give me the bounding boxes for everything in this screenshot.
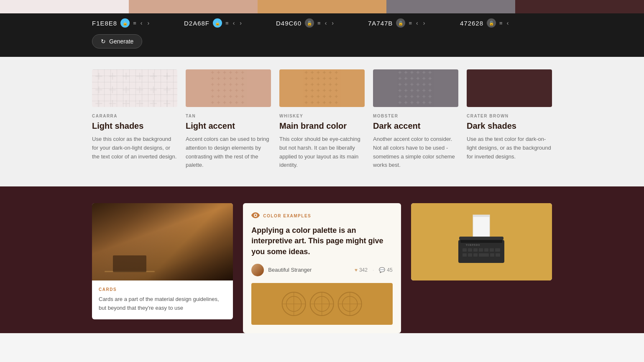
palette-swatch-4 [373, 69, 458, 107]
color-examples-card[interactable]: COLOR EXAMPLES Applying a color palette … [243, 203, 401, 333]
svg-rect-33 [490, 248, 494, 252]
palette-swatch-1 [92, 69, 177, 107]
color-swatches-row [0, 0, 644, 13]
color-control-1: F1E8E8 🔒 ≡ ‹ › [92, 18, 184, 28]
swatch-5 [515, 0, 644, 13]
svg-rect-35 [463, 253, 467, 257]
palette-title-5: Dark shades [467, 121, 552, 131]
hex-4: 7A747B [368, 20, 393, 27]
arrow-left-5[interactable]: ‹ [507, 20, 509, 26]
sliders-icon-1[interactable]: ≡ [133, 20, 136, 26]
swatch-4 [386, 0, 515, 13]
palette-title-4: Dark accent [373, 121, 458, 131]
svg-rect-37 [473, 253, 478, 257]
palette-card-1: CARARRA Light shades Use this color as t… [92, 69, 177, 170]
sliders-icon-2[interactable]: ≡ [225, 20, 229, 26]
svg-rect-42 [459, 237, 503, 240]
heart-icon: ♥ [355, 267, 358, 273]
palette-label-2: TAN [186, 114, 271, 118]
color-control-4: 7A747B 🔓 ≡ ‹ › [368, 18, 460, 28]
svg-rect-2 [92, 69, 177, 107]
swatch-3 [258, 0, 386, 13]
color-control-2: D2A68F 🔒 ≡ ‹ › [184, 18, 276, 28]
svg-rect-32 [484, 248, 488, 252]
typewriter-image: TORPEDO [411, 203, 552, 280]
palette-grid: CARARRA Light shades Use this color as t… [92, 69, 552, 170]
lock-btn-2[interactable]: 🔒 [213, 18, 222, 28]
hex-1: F1E8E8 [92, 20, 117, 27]
palette-desc-3: This color should be eye-catching but no… [279, 135, 365, 170]
color-examples-tag: COLOR EXAMPLES [263, 214, 311, 218]
color-control-5: 472628 🔓 ≡ ‹ [460, 18, 552, 28]
lock-btn-5[interactable]: 🔓 [487, 18, 496, 28]
svg-rect-25 [473, 215, 490, 217]
arrow-left-3[interactable]: ‹ [325, 20, 327, 26]
palette-swatch-5 [467, 69, 552, 107]
palette-swatch-3 [279, 69, 365, 107]
comments-stat: 💬 45 [379, 267, 392, 273]
palette-desc-2: Accent colors can be used to bring atten… [186, 135, 271, 170]
comments-count: 45 [387, 267, 392, 273]
cards-row: CARDS Cards are a part of the material d… [92, 203, 552, 333]
color-examples-footer: Beautiful Stranger ♥ 342 · 💬 45 [251, 264, 392, 276]
palette-title-1: Light shades [92, 121, 177, 131]
bottom-section: CARDS Cards are a part of the material d… [0, 186, 644, 333]
photo-card[interactable]: CARDS Cards are a part of the material d… [92, 203, 233, 319]
svg-rect-31 [479, 248, 483, 252]
generate-button[interactable]: ↻ Generate [92, 34, 142, 48]
palette-card-5: CRATER BROWN Dark shades Use as the text… [467, 69, 552, 170]
color-examples-header: COLOR EXAMPLES [251, 212, 392, 220]
cards-desc-text: Cards are a part of the material design … [99, 295, 226, 313]
svg-rect-30 [473, 248, 478, 252]
palette-title-3: Main brand color [279, 121, 365, 131]
likes-count: 342 [359, 267, 368, 273]
palette-section: CARARRA Light shades Use this color as t… [0, 57, 644, 186]
eye-icon [251, 212, 260, 220]
svg-rect-34 [495, 248, 500, 252]
lock-btn-3[interactable]: 🔓 [305, 18, 314, 28]
card-body-1: CARDS Cards are a part of the material d… [92, 280, 233, 319]
arrow-right-2[interactable]: › [240, 20, 242, 26]
svg-rect-5 [210, 69, 247, 107]
palette-desc-4: Another accent color to consider. Not al… [373, 135, 458, 170]
author-name: Beautiful Stranger [268, 267, 350, 273]
svg-rect-36 [468, 253, 472, 257]
svg-rect-40 [496, 253, 500, 257]
generate-label: Generate [109, 38, 133, 45]
swatch-1 [0, 0, 129, 13]
svg-text:TORPEDO: TORPEDO [466, 244, 480, 246]
palette-title-2: Light accent [186, 121, 271, 131]
arrow-right-3[interactable]: › [332, 20, 334, 26]
typewriter-card[interactable]: TORPEDO [411, 203, 552, 280]
swatch-2 [129, 0, 258, 13]
palette-desc-5: Use as the text color for dark-on-light … [467, 135, 552, 161]
lock-btn-1[interactable]: 🔒 [120, 18, 130, 28]
arrow-left-2[interactable]: ‹ [233, 20, 235, 26]
refresh-icon: ↻ [101, 38, 106, 45]
sliders-icon-5[interactable]: ≡ [499, 20, 503, 26]
svg-rect-11 [397, 69, 434, 107]
palette-card-3: WHISKEY Main brand color This color shou… [279, 69, 365, 170]
arrow-left-4[interactable]: ‹ [416, 20, 418, 26]
arrow-right-1[interactable]: › [147, 20, 149, 26]
sliders-icon-3[interactable]: ≡ [317, 20, 321, 26]
lock-btn-4[interactable]: 🔓 [396, 18, 405, 28]
hex-5: 472628 [460, 20, 483, 27]
cards-category-label: CARDS [99, 287, 226, 292]
svg-rect-8 [303, 69, 341, 107]
top-section: F1E8E8 🔒 ≡ ‹ › D2A68F 🔒 ≡ ‹ › D49C60 🔓 ≡… [0, 0, 644, 57]
controls-row: F1E8E8 🔒 ≡ ‹ › D2A68F 🔒 ≡ ‹ › D49C60 🔓 ≡… [0, 13, 644, 33]
palette-card-2: TAN Light accent Accent colors can be us… [186, 69, 271, 170]
svg-rect-39 [490, 253, 494, 257]
hex-3: D49C60 [276, 20, 302, 27]
svg-rect-29 [468, 248, 472, 252]
sliders-icon-4[interactable]: ≡ [409, 20, 412, 26]
color-examples-title: Applying a color palette is an interpret… [251, 225, 392, 257]
palette-label-5: CRATER BROWN [467, 114, 552, 118]
comment-icon: 💬 [379, 267, 385, 273]
arrow-right-4[interactable]: › [423, 20, 425, 26]
arrow-left-1[interactable]: ‹ [141, 20, 143, 26]
palette-swatch-2 [186, 69, 271, 107]
color-control-3: D49C60 🔓 ≡ ‹ › [276, 18, 368, 28]
palette-label-3: WHISKEY [279, 114, 365, 118]
